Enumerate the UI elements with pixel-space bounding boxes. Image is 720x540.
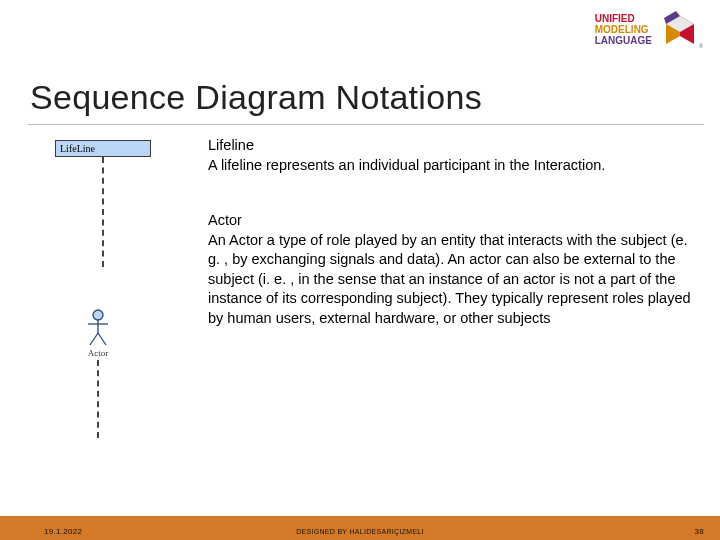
lifeline-box-label: LifeLine — [55, 140, 151, 157]
uml-cube-icon: ® — [658, 6, 704, 52]
actor-body: An Actor a type of role played by an ent… — [208, 231, 694, 329]
footer-date: 19.1.2022 — [44, 527, 82, 536]
svg-line-9 — [98, 333, 106, 345]
lifeline-body: A lifeline represents an individual part… — [208, 156, 694, 176]
lifeline-dashed-line — [102, 157, 104, 267]
uml-logo-line3: LANGUAGE — [595, 35, 652, 46]
actor-section: Actor An Actor a type of role played by … — [208, 211, 694, 328]
lifeline-heading: Lifeline — [208, 136, 694, 156]
illustrations-column: LifeLine Actor — [28, 136, 178, 438]
lifeline-illustration: LifeLine — [48, 140, 158, 267]
page-title: Sequence Diagram Notations — [30, 78, 482, 117]
uml-logo-text: UNIFIED MODELING LANGUAGE — [595, 13, 652, 46]
actor-heading: Actor — [208, 211, 694, 231]
svg-text:®: ® — [699, 43, 703, 49]
footer-page-number: 38 — [695, 527, 705, 536]
actor-label: Actor — [88, 348, 109, 358]
actor-stickman-icon — [86, 309, 110, 347]
lifeline-section: Lifeline A lifeline represents an indivi… — [208, 136, 694, 175]
svg-line-8 — [90, 333, 98, 345]
actor-dashed-line — [97, 360, 99, 438]
actor-illustration: Actor — [68, 309, 128, 438]
uml-logo-line2: MODELING — [595, 24, 652, 35]
footer-bar: 19.1.2022 DESIGNED BY HALIDESARIÇIZMELI … — [0, 516, 720, 540]
footer-designed-by: DESIGNED BY HALIDESARIÇIZMELI — [296, 528, 424, 535]
title-underline — [28, 124, 704, 125]
content-area: LifeLine Actor Lifeline A lifeline repre… — [28, 136, 694, 438]
uml-logo: UNIFIED MODELING LANGUAGE ® — [595, 6, 704, 52]
slide: UNIFIED MODELING LANGUAGE ® Sequence Dia… — [0, 0, 720, 540]
text-column: Lifeline A lifeline represents an indivi… — [208, 136, 694, 438]
uml-logo-line1: UNIFIED — [595, 13, 652, 24]
svg-point-5 — [93, 310, 103, 320]
